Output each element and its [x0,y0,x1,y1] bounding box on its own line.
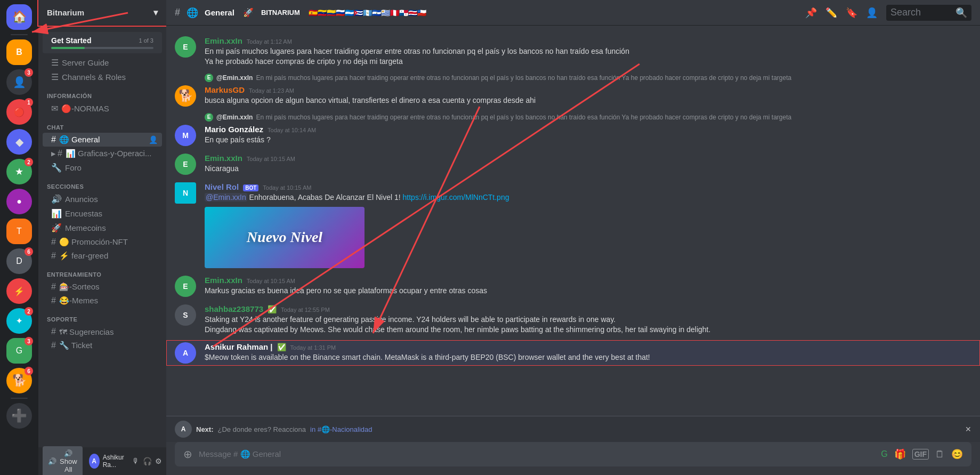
server-icon-s13[interactable]: 🐕6 [6,368,32,393]
channel-item-graficas[interactable]: ▶ # 📊 Graficas-y-Operaci... [43,147,162,160]
member-icon: 👤 [149,135,158,144]
channel-name-foro: Foro [65,163,158,172]
banner-channel: in #🌐-Nacionalidad [310,425,372,433]
channel-item-nft[interactable]: # 🟡 Promoción-NFT [43,235,162,249]
section-label-secciones: SECCIONES [38,175,166,192]
bottom-banner[interactable]: A Next: ¿De donde eres? Reacciona in #🌐-… [166,416,980,442]
server-icon-s11[interactable]: ✦2 [6,308,32,334]
main-content: # 🌐 General 🚀 BITNARIUM 🇪🇸🇻🇪🇨🇴🇷🇺🇭🇳🇨🇺🇬🇹🇸🇻… [166,0,980,475]
headphone-icon[interactable]: 🎧 [143,457,152,465]
server-badge-s3: 3 [25,68,33,77]
search-box[interactable]: Search 🔍 [886,5,971,21]
channel-icon-channels-roles: ☰ [51,72,59,82]
get-started-title: Get Started [51,36,91,45]
channel-item-memes[interactable]: # 😂-Memes [43,294,162,308]
message-group-7: S shahbaz238773 ✅ Today at 12:55 PM Stak… [166,302,980,337]
show-all-button[interactable]: 🔊 🔊 Show All [43,446,83,476]
channel-icon-anuncios: 🔊 [51,194,62,204]
progress-bar [51,47,153,49]
members-icon[interactable]: 👤 [866,7,878,19]
banner-close-icon[interactable]: ✕ [965,425,971,433]
emoji-icon[interactable]: 😊 [951,448,963,460]
message-text-1b: Ya he probado hacer compras de cripto y … [205,57,971,67]
server-icon-s12[interactable]: G3 [6,338,32,364]
grammarly-icon: G [881,449,887,459]
reply-avatar-3: E [205,113,213,122]
server-badge-s11: 2 [25,307,33,316]
message-group-2: 🐕 MarkusGD Today at 1:23 AM busca alguna… [166,83,980,109]
bookmark-icon[interactable]: 🔖 [846,7,857,19]
channel-item-sugerencias[interactable]: # 🗺 Sugerencias [43,325,162,339]
get-started-section[interactable]: Get Started 1 of 3 [43,32,162,53]
message-author-3: Mario González Today at 10:14 AM [205,125,971,134]
channel-item-general[interactable]: # 🌐 General 👤 [43,133,162,147]
nuevo-nivel-text: Nuevo Nivel [247,229,322,246]
channel-item-encuestas[interactable]: 📊 Encuestas [43,206,162,221]
channel-name-channels-roles: Channels & Roles [62,73,158,82]
channel-flags: 🇪🇸🇻🇪🇨🇴🇷🇺🇭🇳🇨🇺🇬🇹🇸🇻🇺🇾🇵🇪🇵🇦🇨🇷🇨🇱 [309,9,426,17]
channel-item-foro[interactable]: 🔧 Foro [43,160,162,175]
message-group-6: E Emin.xxIn Today at 10:15 AM Markus gra… [166,273,980,299]
avatar-emin-6: E [175,276,196,297]
settings-icon[interactable]: ⚙ [155,457,162,465]
pin-icon[interactable]: 📌 [805,7,817,19]
channel-header-name: General [205,8,234,17]
avatar-shahbaz: S [175,304,196,326]
sticker-icon[interactable]: 🗒 [935,449,945,460]
plus-icon[interactable]: ⊕ [183,448,192,461]
channel-icon-general: # [51,135,56,144]
sidebar-header[interactable]: Bitnarium ▾ [38,0,166,26]
server-icon-s8[interactable]: T [6,219,32,244]
server-icon-s7[interactable]: ● [6,189,32,214]
message-text-5: @Emin.xxIn Enhorabuena, Acabas De Alcanz… [205,192,971,203]
channel-item-sorteos[interactable]: # 🎰-Sorteos [43,280,162,294]
server-icon-s5[interactable]: ◆ [6,129,32,155]
mic-icon[interactable]: 🎙 [132,457,140,465]
channel-icon-server-guide: ☰ [51,58,59,68]
channel-item-fear[interactable]: # ⚡ fear-greed [43,249,162,263]
channel-item-server-guide[interactable]: ☰ Server Guide [43,55,162,70]
message-text-4: Nicaragua [205,164,971,174]
server-icon-bitnarium[interactable]: B [6,39,32,65]
channel-name-sorteos: 🎰-Sorteos [59,282,158,292]
banner-avatar: A [175,421,192,438]
channel-item-memecoins[interactable]: 🚀 Memecoins [43,221,162,235]
server-icon-add[interactable]: ➕ [6,403,32,429]
reply-text-2: En mi país muchos lugares para hacer tra… [256,74,791,82]
message-time-3: Today at 10:14 AM [268,127,316,133]
channel-globe-icon: 🌐 [187,7,198,19]
server-name-label: Bitnarium [47,8,84,17]
header-icons: 📌 ✏️ 🔖 👤 Search 🔍 [805,5,971,21]
server-icon-s6[interactable]: ★2 [6,159,32,184]
channel-item-normas[interactable]: ✉ 🔴-NORMAS [43,101,162,116]
server-icon-s3[interactable]: 👤3 [6,69,32,95]
server-icon-s9[interactable]: D6 [6,248,32,274]
server-list: 🏠 B 👤3 🔴1 ◆ ★2 ● T D6 ⚡ ✦2 G3 🐕6 ➕ [0,0,38,475]
channel-name-ticket: 🔧 Ticket [59,341,158,350]
channel-item-ticket[interactable]: # 🔧 Ticket [43,339,162,352]
message-group-4: E Emin.xxIn Today at 10:15 AM Nicaragua [166,151,980,177]
message-time-1: Today at 1:12 AM [247,38,292,45]
server-icon-s10[interactable]: ⚡ [6,278,32,304]
message-input-box[interactable]: ⊕ Message # 🌐 General G 🎁 GIF 🗒 😊 [175,442,971,466]
server-icon-home[interactable]: 🏠 [6,4,32,30]
channel-icon-sorteos: # [51,282,56,292]
message-author-7: shahbaz238773 ✅ Today at 12:55 PM [205,304,971,313]
server-separator [11,34,28,35]
rocket-icon: 🚀 [243,7,254,18]
edit-icon[interactable]: ✏️ [825,7,837,19]
channel-item-channels-roles[interactable]: ☰ Channels & Roles [43,70,162,84]
level-up-image: Nuevo Nivel [205,207,365,268]
reply-author-2: @Emin.xxIn [216,74,253,82]
gif-icon[interactable]: GIF [912,449,929,460]
channel-item-anuncios[interactable]: 🔊 Anuncios [43,192,162,206]
message-text-7a: Staking at Y24 is another feature of gen… [205,315,971,325]
verified-icon-7: ✅ [268,305,277,313]
gift-icon[interactable]: 🎁 [894,448,906,460]
message-placeholder: Message # 🌐 General [199,449,874,459]
server-icon-s4[interactable]: 🔴1 [6,99,32,125]
sidebar-footer: 🔊 🔊 Show All A Ashikur Ra... 🎙 🎧 ⚙ [38,447,166,475]
messages-area: E Emin.xxIn Today at 1:12 AM En mi país … [166,26,980,416]
level-link[interactable]: https://i.imgur.com/MlNnCTt.png [403,193,509,202]
message-time-7: Today at 12:55 PM [281,307,330,313]
